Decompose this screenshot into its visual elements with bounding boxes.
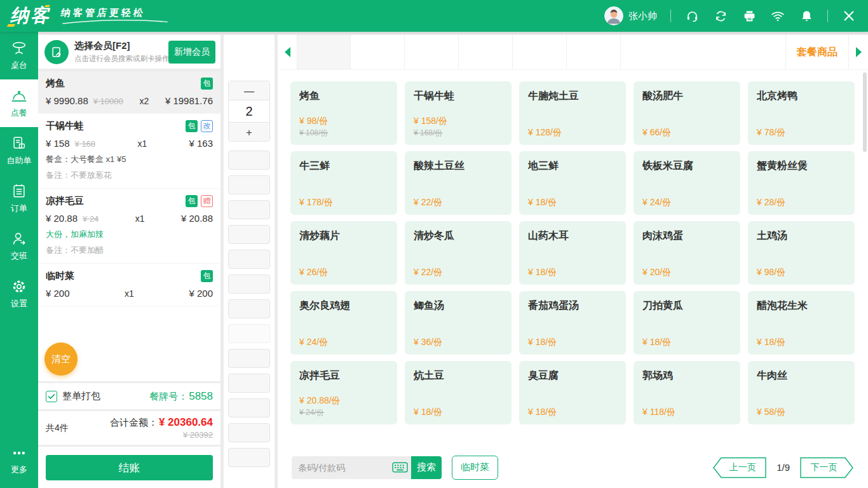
menu-item-11[interactable]: 清炒冬瓜 ¥ 22/份 (405, 221, 512, 285)
order-summary: 共4件 合计金额： ¥ 20360.64 ¥ 20392 (38, 409, 220, 445)
tabs-scroll-left-icon[interactable] (278, 35, 297, 69)
action-retrieve-button[interactable] (228, 448, 270, 467)
tab-vegetable[interactable] (459, 35, 513, 69)
menu-item-8[interactable]: 铁板米豆腐 ¥ 24/份 (634, 151, 740, 215)
total-amount: ¥ 20360.64 (159, 416, 213, 429)
menu-item-name: 北京烤鸭 (757, 90, 846, 103)
temp-dish-button[interactable]: 临时菜 (452, 456, 498, 480)
menu-item-10[interactable]: 清炒藕片 ¥ 26/份 (290, 221, 397, 285)
user-account[interactable]: 张小帅 (604, 6, 657, 25)
menu-item-name: 蟹黄粉丝煲 (757, 159, 846, 173)
clear-order-button[interactable]: 清空 (44, 342, 78, 376)
menu-item-1[interactable]: 干锅牛蛙 ¥ 158/份 ¥ 168/份 (405, 81, 512, 145)
item-count: 共4件 (46, 423, 69, 434)
menu-item-24[interactable]: 牛肉丝 ¥ 58/份 (748, 361, 855, 424)
menu-item-3[interactable]: 酸汤肥牛 ¥ 66/份 (634, 81, 740, 145)
menu-item-22[interactable]: 臭豆腐 ¥ 18/份 (519, 361, 626, 424)
menu-item-18[interactable]: 刀拍黄瓜 ¥ 18/份 (634, 291, 740, 355)
menu-item-20[interactable]: 凉拌毛豆 ¥ 20.88/份 ¥ 24/份 (290, 361, 397, 424)
pack-whole-order-checkbox[interactable] (46, 391, 57, 402)
menu-item-13[interactable]: 肉沫鸡蛋 ¥ 20/份 (634, 221, 740, 285)
menu-item-21[interactable]: 炕土豆 ¥ 18/份 (405, 361, 512, 424)
more-icon (11, 445, 27, 461)
tab-combo-products[interactable]: 套餐商品 (785, 35, 849, 69)
topbar-divider (670, 10, 671, 22)
action-addon-button[interactable] (228, 175, 270, 194)
menu-item-15[interactable]: 奥尔良鸡翅 ¥ 24/份 (290, 291, 397, 355)
order-item[interactable]: 凉拌毛豆 包赠 ¥ 20.88 ¥ 24 x1 ¥ 20.88 大份，加麻加辣 … (38, 189, 220, 264)
quantity-plus-button[interactable]: + (229, 123, 269, 141)
sidebar-item-ordering[interactable]: 点餐 (0, 79, 38, 127)
quantity-minus-button[interactable]: — (229, 81, 269, 100)
menu-item-16[interactable]: 鲫鱼汤 ¥ 36/份 (405, 291, 512, 355)
menu-item-17[interactable]: 番茄鸡蛋汤 ¥ 18/份 (519, 291, 626, 355)
order-item-badge: 包 (201, 270, 213, 282)
sidebar-item-tables[interactable]: 桌台 (0, 32, 38, 79)
menu-item-12[interactable]: 山药木耳 ¥ 18/份 (519, 221, 626, 285)
menu-item-price: ¥ 22/份 (414, 197, 503, 208)
tab-cold[interactable] (567, 35, 621, 69)
tab-hotpot[interactable] (351, 35, 405, 69)
action-change-price-button[interactable] (228, 250, 270, 269)
action-gift-button[interactable] (228, 274, 270, 294)
menu-scrollbar[interactable] (863, 72, 867, 152)
sidebar-item-more[interactable]: 更多 (0, 437, 38, 484)
order-item[interactable]: 干锅牛蛙 包改 ¥ 158 ¥ 168 x1 ¥ 163 餐盒：大号餐盒 x1 … (38, 114, 220, 189)
order-item[interactable]: 临时菜 包 ¥ 200 x1 ¥ 200 (38, 264, 220, 306)
prev-page-button[interactable]: 上一页 (712, 457, 767, 478)
menu-item-14[interactable]: 土鸡汤 ¥ 98/份 (748, 221, 855, 285)
sidebar-item-self-order[interactable]: 自助单 (0, 127, 38, 175)
tab-meat[interactable] (405, 35, 459, 69)
support-icon[interactable] (684, 8, 700, 24)
tagline-swoosh (61, 19, 169, 25)
action-item-note-button[interactable] (228, 200, 270, 219)
sidebar-item-settings[interactable]: 设置 (0, 270, 38, 318)
action-spec-button[interactable] (228, 151, 270, 170)
printer-icon[interactable] (742, 8, 757, 24)
order-item-price: ¥ 20.88 (46, 213, 78, 224)
wifi-icon[interactable] (770, 8, 785, 24)
notification-icon[interactable] (799, 8, 814, 24)
menu-item-5[interactable]: 牛三鲜 ¥ 178/份 (290, 151, 397, 215)
menu-item-price: ¥ 24/份 (642, 197, 731, 208)
action-pack-button[interactable] (228, 225, 270, 244)
order-item[interactable]: 烤鱼 包 ¥ 9990.88 ¥ 10000 x2 ¥ 19981.76 (38, 71, 220, 114)
action-delete-button[interactable] (228, 299, 270, 318)
next-page-button[interactable]: 下一页 (799, 457, 854, 478)
add-member-button[interactable]: 新增会员 (168, 41, 215, 64)
action-whole-note-button[interactable] (228, 398, 270, 417)
close-icon[interactable] (841, 8, 857, 24)
pack-whole-order-label: 整单打包 (62, 390, 100, 402)
tab-soup[interactable] (513, 35, 567, 69)
menu-item-4[interactable]: 北京烤鸭 ¥ 78/份 (748, 81, 855, 145)
topbar-divider (827, 10, 828, 22)
sync-icon[interactable] (713, 8, 728, 24)
action-swap-discount-button (228, 324, 270, 343)
tab-all[interactable] (297, 35, 351, 69)
menu-item-23[interactable]: 郭场鸡 ¥ 118/份 (634, 361, 740, 424)
keyboard-icon[interactable] (388, 456, 411, 479)
app-logo: 纳客 纳客管店更轻松 (0, 3, 169, 29)
select-member-title: 选择会员[F2] (74, 40, 163, 52)
sidebar-item-shift[interactable]: 交班 (0, 222, 38, 270)
action-split-button[interactable] (228, 374, 270, 393)
menu-item-6[interactable]: 酸辣土豆丝 ¥ 22/份 (405, 151, 512, 215)
select-member-panel[interactable]: 选择会员[F2] 点击进行会员搜索或刷卡操作 新增会员 (38, 35, 220, 69)
checkout-button[interactable]: 结账 (46, 455, 213, 480)
menu-item-2[interactable]: 牛腩炖土豆 ¥ 128/份 (519, 81, 626, 145)
search-button[interactable]: 搜索 (411, 456, 442, 479)
tabs-scroll-right-icon[interactable] (849, 35, 868, 69)
menu-item-9[interactable]: 蟹黄粉丝煲 ¥ 28/份 (748, 151, 855, 215)
sidebar-item-orders[interactable]: 订单 (0, 175, 38, 222)
menu-item-price: ¥ 26/份 (299, 267, 388, 278)
barcode-search-input[interactable] (292, 456, 388, 479)
menu-item-original-price: ¥ 108/份 (299, 128, 388, 139)
menu-item-0[interactable]: 烤鱼 ¥ 98/份 ¥ 108/份 (290, 81, 397, 145)
action-hold-button[interactable] (228, 423, 270, 442)
action-commission-button[interactable] (228, 349, 270, 368)
menu-item-7[interactable]: 地三鲜 ¥ 18/份 (519, 151, 626, 215)
order-item-badge: 改 (201, 120, 213, 132)
order-item-name: 干锅牛蛙 (46, 120, 84, 132)
menu-item-19[interactable]: 醋泡花生米 ¥ 18/份 (748, 291, 855, 355)
menu-item-price: ¥ 22/份 (414, 267, 503, 278)
